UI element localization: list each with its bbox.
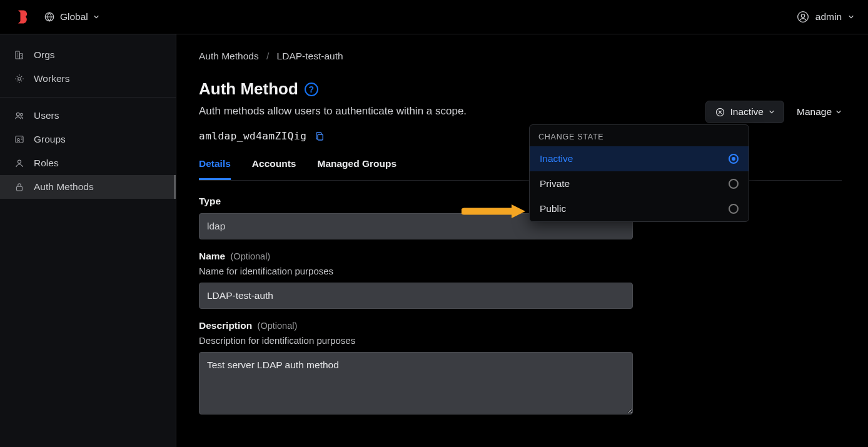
- main: Auth Methods / LDAP-test-auth Auth Metho…: [176, 34, 868, 447]
- page-title-text: Auth Method: [199, 79, 298, 99]
- breadcrumb-root[interactable]: Auth Methods: [199, 51, 259, 61]
- radio-indicator: [729, 154, 739, 164]
- desc-input[interactable]: [199, 352, 633, 414]
- svg-point-7: [21, 113, 23, 116]
- inactive-state-icon: [715, 107, 725, 118]
- svg-point-2: [801, 14, 804, 18]
- manage-button[interactable]: Manage: [797, 106, 842, 118]
- users-icon: [14, 110, 25, 121]
- dropdown-item-label: Inactive: [540, 153, 573, 164]
- topbar-left: Global: [14, 8, 99, 26]
- name-hint: Name for identification purposes: [199, 266, 633, 276]
- sidebar-item-workers[interactable]: Workers: [0, 67, 176, 91]
- copy-icon[interactable]: [314, 131, 325, 142]
- svg-point-9: [18, 139, 19, 141]
- dropdown-item-public[interactable]: Public: [530, 196, 749, 221]
- name-input[interactable]: [199, 283, 633, 309]
- svg-rect-11: [17, 186, 23, 191]
- user-label: admin: [815, 11, 842, 23]
- orgs-icon: [14, 49, 25, 61]
- name-label-row: Name (Optional): [199, 251, 633, 262]
- sidebar-item-auth-methods[interactable]: Auth Methods: [0, 175, 176, 199]
- user-selector[interactable]: admin: [797, 11, 854, 23]
- svg-point-6: [16, 113, 19, 116]
- sidebar-item-label: Workers: [34, 73, 69, 84]
- tab-details[interactable]: Details: [199, 158, 231, 180]
- sidebar-item-label: Auth Methods: [34, 181, 94, 193]
- sidebar-item-groups[interactable]: Groups: [0, 128, 176, 151]
- sidebar-item-label: Orgs: [34, 49, 55, 61]
- lock-icon: [14, 181, 25, 193]
- title-left: Auth Method ? Auth methods allow users t…: [199, 79, 467, 142]
- breadcrumb-leaf: LDAP-test-auth: [277, 51, 343, 61]
- dropdown-item-inactive[interactable]: Inactive: [530, 146, 749, 171]
- help-icon[interactable]: ?: [305, 83, 318, 96]
- svg-rect-12: [318, 134, 323, 140]
- dropdown-item-label: Private: [540, 178, 570, 189]
- scope-label: Global: [60, 11, 88, 23]
- id-row: amldap_wd4amZIQig: [199, 130, 467, 142]
- page-title: Auth Method ?: [199, 79, 467, 99]
- title-row: Auth Method ? Auth methods allow users t…: [199, 79, 842, 142]
- sidebar-item-label: Users: [34, 110, 59, 121]
- tab-label: Details: [199, 158, 231, 169]
- desc-optional: (Optional): [258, 321, 298, 331]
- dropdown-item-label: Public: [540, 203, 566, 214]
- field-description: Description (Optional) Description for i…: [199, 320, 633, 417]
- dropdown-title: CHANGE STATE: [530, 125, 749, 146]
- dropdown-item-private[interactable]: Private: [530, 171, 749, 196]
- chevron-down-icon: [835, 109, 842, 115]
- svg-point-1: [797, 12, 808, 23]
- breadcrumb: Auth Methods / LDAP-test-auth: [199, 51, 842, 62]
- sidebar-item-users[interactable]: Users: [0, 104, 176, 128]
- sidebar-item-label: Roles: [34, 158, 59, 169]
- annotation-arrow: [462, 203, 527, 219]
- badge-icon: [14, 134, 25, 145]
- scope-selector[interactable]: Global: [44, 11, 99, 23]
- resource-id: amldap_wd4amZIQig: [199, 130, 306, 142]
- svg-point-10: [18, 160, 21, 163]
- tab-accounts[interactable]: Accounts: [252, 158, 296, 180]
- desc-label: Description: [199, 320, 252, 331]
- person-icon: [14, 158, 25, 169]
- svg-rect-4: [19, 54, 23, 59]
- sidebar: Orgs Workers Users Groups Roles Auth Met…: [0, 34, 176, 447]
- form: Type Name (Optional) Name for identifica…: [199, 196, 633, 417]
- name-label: Name: [199, 251, 225, 261]
- chevron-down-icon: [93, 14, 99, 20]
- gear-icon: [14, 73, 25, 84]
- sidebar-item-roles[interactable]: Roles: [0, 151, 176, 175]
- shell: Orgs Workers Users Groups Roles Auth Met…: [0, 34, 868, 447]
- tab-label: Managed Groups: [317, 158, 396, 169]
- page-actions: Inactive Manage: [705, 101, 842, 123]
- tab-label: Accounts: [252, 158, 296, 169]
- sidebar-item-orgs[interactable]: Orgs: [0, 43, 176, 67]
- sidebar-divider: [0, 97, 176, 98]
- desc-hint: Description for identification purposes: [199, 335, 633, 346]
- breadcrumb-sep: /: [266, 51, 269, 61]
- topbar: Global admin: [0, 0, 868, 34]
- name-optional: (Optional): [231, 251, 271, 261]
- field-name: Name (Optional) Name for identification …: [199, 251, 633, 309]
- radio-indicator: [729, 204, 739, 214]
- sidebar-item-label: Groups: [34, 134, 66, 145]
- chevron-down-icon: [848, 14, 854, 20]
- state-button[interactable]: Inactive: [705, 101, 784, 123]
- chevron-down-icon: [769, 109, 775, 115]
- state-label: Inactive: [730, 106, 764, 118]
- content: Auth Methods / LDAP-test-auth Auth Metho…: [176, 34, 864, 442]
- product-logo[interactable]: [14, 8, 31, 26]
- svg-point-5: [18, 78, 21, 81]
- manage-label: Manage: [797, 106, 832, 118]
- change-state-dropdown: CHANGE STATE Inactive Private Public: [529, 124, 749, 222]
- desc-label-row: Description (Optional): [199, 320, 633, 331]
- user-icon: [797, 11, 809, 23]
- page-subtitle: Auth methods allow users to authenticate…: [199, 105, 467, 118]
- tab-managed-groups[interactable]: Managed Groups: [317, 158, 396, 180]
- radio-indicator: [729, 179, 739, 189]
